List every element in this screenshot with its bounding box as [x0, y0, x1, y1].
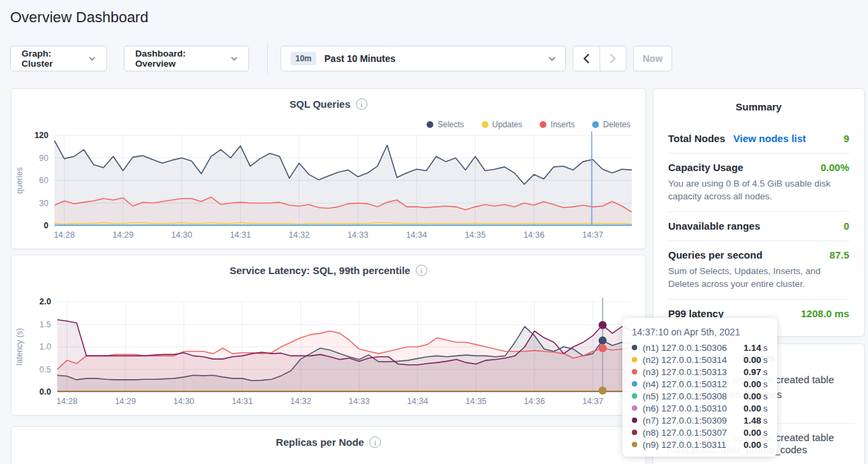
sql-queries-panel: SQL Queries i Selects Updates Inserts De… — [11, 88, 646, 249]
svg-text:14:34: 14:34 — [406, 230, 427, 240]
summary-panel: Summary Total Nodes View nodes list 9 Ca… — [653, 88, 865, 337]
summary-row-total-nodes: Total Nodes View nodes list 9 — [668, 125, 849, 153]
node-latency-value: 0.00 — [744, 355, 761, 365]
svg-text:14:32: 14:32 — [289, 230, 310, 240]
svg-text:14:35: 14:35 — [466, 397, 486, 406]
svg-text:14:31: 14:31 — [230, 230, 251, 240]
svg-text:14:33: 14:33 — [347, 230, 368, 240]
svg-text:14:33: 14:33 — [349, 397, 369, 406]
node-address: (n5) 127.0.0.1:50308 — [643, 391, 744, 401]
summary-row-capacity-usage: Capacity Usage 0.00% You are using 0 B o… — [668, 153, 849, 211]
chart-hover-tooltip: 14:37:10 on Apr 5th, 2021 (n1) 127.0.0.1… — [622, 318, 777, 457]
svg-text:1.0: 1.0 — [40, 342, 51, 352]
chevron-down-icon — [231, 57, 238, 61]
sql-queries-chart[interactable]: 14:2814:2914:3014:3114:3214:3314:3414:35… — [11, 127, 645, 243]
tooltip-node-row: (n2) 127.0.0.1:50314 0.00 s — [632, 354, 768, 366]
view-nodes-list-link[interactable]: View nodes list — [733, 133, 806, 144]
node-color-dot — [632, 393, 637, 399]
node-latency-unit: s — [763, 428, 768, 438]
node-address: (n8) 127.0.0.1:50307 — [643, 428, 744, 438]
capacity-usage-label: Capacity Usage — [668, 162, 744, 173]
dashboard-dropdown[interactable]: Dashboard: Overview — [124, 46, 249, 71]
node-latency-value: 1.48 — [744, 416, 761, 426]
qps-value: 87.5 — [830, 249, 849, 261]
svg-text:30: 30 — [39, 199, 48, 208]
chevron-left-icon — [583, 53, 590, 64]
svg-text:14:37: 14:37 — [582, 397, 603, 406]
capacity-usage-desc: You are using 0 B of 4.5 GiB usable disk… — [668, 177, 849, 203]
service-latency-panel: Service Latency: SQL, 99th percentile i … — [11, 255, 646, 416]
now-button[interactable]: Now — [633, 46, 672, 71]
svg-text:60: 60 — [39, 176, 48, 185]
svg-text:14:30: 14:30 — [171, 230, 192, 240]
svg-text:14:28: 14:28 — [54, 230, 75, 240]
summary-row-unavailable-ranges: Unavailable ranges 0 — [668, 211, 849, 240]
total-nodes-value: 9 — [844, 133, 849, 144]
node-latency-value: 0.00 — [744, 403, 761, 413]
node-latency-unit: s — [763, 379, 768, 389]
replicas-per-node-panel: Replicas per Node i — [11, 426, 646, 464]
toolbar-divider — [267, 43, 268, 73]
svg-text:0: 0 — [44, 221, 48, 230]
svg-text:14:34: 14:34 — [407, 397, 428, 406]
node-color-dot — [632, 418, 637, 423]
page-title: Overview Dashboard — [10, 9, 148, 26]
tooltip-node-row: (n3) 127.0.0.1:50313 0.97 s — [632, 366, 768, 378]
svg-text:14:36: 14:36 — [524, 397, 545, 406]
tooltip-node-row: (n1) 127.0.0.1:50306 1.14 s — [632, 341, 768, 354]
tooltip-node-row: (n7) 127.0.0.1:50309 1.48 s — [632, 414, 768, 426]
svg-text:0.5: 0.5 — [40, 365, 51, 374]
time-step-buttons — [573, 46, 626, 71]
node-latency-unit: s — [763, 367, 768, 377]
svg-text:90: 90 — [39, 154, 48, 163]
sql-queries-title: SQL Queries — [289, 98, 351, 110]
node-latency-unit: s — [763, 403, 768, 413]
replicas-per-node-title: Replicas per Node — [276, 436, 364, 448]
svg-text:14:37: 14:37 — [582, 230, 603, 240]
node-latency-value: 1.14 — [744, 343, 761, 353]
svg-text:14:30: 14:30 — [174, 397, 194, 406]
node-latency-value: 0.00 — [744, 440, 761, 450]
chevron-down-icon — [548, 57, 556, 61]
node-latency-unit: s — [763, 343, 768, 353]
node-latency-unit: s — [763, 416, 768, 426]
graph-dropdown-label: Graph: Cluster — [22, 48, 82, 69]
node-color-dot — [632, 357, 637, 362]
graph-dropdown[interactable]: Graph: Cluster — [10, 46, 107, 71]
node-latency-value: 0.97 — [744, 367, 761, 377]
time-range-badge: 10m — [291, 52, 316, 65]
service-latency-chart[interactable]: 14:2814:2914:3014:3114:3214:3314:3414:35… — [11, 294, 645, 409]
time-range-selector[interactable]: 10m Past 10 Minutes — [281, 46, 566, 71]
svg-text:14:29: 14:29 — [115, 397, 136, 406]
info-icon[interactable]: i — [369, 436, 381, 448]
tooltip-timestamp: 14:37:10 on Apr 5th, 2021 — [632, 325, 768, 339]
tooltip-node-row: (n4) 127.0.0.1:50312 0.00 s — [632, 378, 768, 390]
summary-row-qps: Queries per second 87.5 Sum of Selects, … — [668, 240, 849, 299]
step-back-button[interactable] — [573, 46, 600, 71]
node-latency-unit: s — [763, 355, 768, 365]
node-address: (n3) 127.0.0.1:50313 — [643, 367, 744, 377]
chevron-right-icon — [609, 53, 616, 64]
qps-desc: Sum of Selects, Updates, Inserts, and De… — [668, 265, 849, 290]
svg-text:2.0: 2.0 — [40, 297, 51, 306]
svg-text:14:36: 14:36 — [523, 230, 544, 240]
service-latency-title: Service Latency: SQL, 99th percentile — [229, 265, 410, 276]
total-nodes-label: Total Nodes — [668, 133, 725, 144]
svg-text:14:31: 14:31 — [231, 397, 252, 406]
node-latency-unit: s — [763, 440, 768, 450]
node-address: (n4) 127.0.0.1:50312 — [643, 379, 744, 389]
svg-text:14:29: 14:29 — [112, 230, 133, 240]
dashboard-dropdown-label: Dashboard: Overview — [135, 48, 224, 69]
step-forward-button[interactable] — [600, 46, 626, 71]
svg-text:latency (s): latency (s) — [15, 328, 24, 365]
tooltip-node-row: (n8) 127.0.0.1:50307 0.00 s — [632, 426, 768, 438]
tooltip-node-row: (n6) 127.0.0.1:50310 0.00 s — [632, 402, 768, 414]
info-icon[interactable]: i — [416, 265, 427, 276]
node-address: (n2) 127.0.0.1:50314 — [643, 355, 744, 365]
info-icon[interactable]: i — [356, 98, 367, 110]
node-color-dot — [632, 405, 637, 411]
svg-text:1.5: 1.5 — [40, 320, 51, 329]
svg-text:120: 120 — [34, 131, 48, 140]
node-color-dot — [632, 345, 637, 350]
tooltip-node-row: (n5) 127.0.0.1:50308 0.00 s — [632, 390, 768, 402]
